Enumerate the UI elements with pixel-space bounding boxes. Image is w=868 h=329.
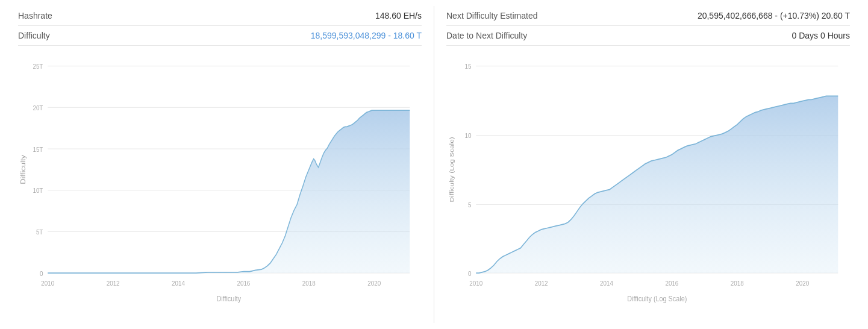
left-chart-wrapper: 25T 20T 15T 10T 5T 0 2010 2012 2014 20 — [18, 52, 422, 323]
svg-text:Difficulty (Log Scale): Difficulty (Log Scale) — [627, 295, 687, 304]
svg-text:Difficulty: Difficulty — [216, 295, 241, 304]
left-panel: Hashrate 148.60 EH/s Difficulty 18,599,5… — [12, 6, 428, 323]
svg-text:2020: 2020 — [367, 280, 381, 287]
svg-text:15T: 15T — [33, 145, 43, 153]
svg-text:Difficulty: Difficulty — [19, 155, 27, 184]
svg-text:10: 10 — [464, 131, 471, 139]
right-chart-area: 15 10 5 0 2010 2012 2014 2016 2018 2020 — [446, 52, 850, 323]
svg-text:2016: 2016 — [665, 280, 678, 287]
svg-text:2010: 2010 — [41, 280, 54, 287]
difficulty-row: Difficulty 18,599,593,048,299 - 18.60 T — [18, 26, 422, 46]
right-panel: Next Difficulty Estimated 20,595,402,666… — [440, 6, 856, 323]
next-difficulty-label: Next Difficulty Estimated — [446, 11, 567, 20]
date-next-row: Date to Next Difficulty 0 Days 0 Hours — [446, 26, 850, 46]
next-difficulty-value: 20,595,402,666,668 - (+10.73%) 20.60 T — [698, 11, 850, 20]
difficulty-label: Difficulty — [18, 31, 139, 40]
main-container: Hashrate 148.60 EH/s Difficulty 18,599,5… — [0, 0, 868, 329]
svg-text:5T: 5T — [36, 228, 43, 236]
date-next-label: Date to Next Difficulty — [446, 31, 567, 40]
difficulty-value: 18,599,593,048,299 - 18.60 T — [311, 31, 422, 40]
svg-text:2012: 2012 — [535, 280, 548, 287]
svg-text:2018: 2018 — [302, 280, 316, 287]
svg-text:2020: 2020 — [796, 280, 809, 287]
svg-text:20T: 20T — [33, 104, 43, 111]
svg-text:2012: 2012 — [107, 280, 120, 287]
svg-text:25T: 25T — [33, 63, 43, 70]
left-chart-area: 25T 20T 15T 10T 5T 0 2010 2012 2014 20 — [18, 52, 422, 323]
svg-text:Difficulty (Log Scale): Difficulty (Log Scale) — [448, 137, 455, 202]
hashrate-row: Hashrate 148.60 EH/s — [18, 6, 422, 26]
svg-text:2014: 2014 — [172, 280, 185, 287]
svg-text:2014: 2014 — [600, 280, 613, 287]
svg-text:2018: 2018 — [731, 280, 744, 287]
right-chart-svg: 15 10 5 0 2010 2012 2014 2016 2018 2020 — [446, 52, 850, 323]
svg-text:0: 0 — [468, 269, 471, 277]
svg-text:0: 0 — [40, 269, 43, 277]
date-next-value: 0 Days 0 Hours — [792, 31, 850, 40]
svg-text:5: 5 — [468, 201, 471, 208]
left-chart-svg: 25T 20T 15T 10T 5T 0 2010 2012 2014 20 — [18, 52, 422, 323]
svg-text:2016: 2016 — [237, 280, 250, 287]
panel-divider — [434, 6, 434, 323]
next-difficulty-row: Next Difficulty Estimated 20,595,402,666… — [446, 6, 850, 26]
hashrate-value: 148.60 EH/s — [375, 11, 422, 20]
hashrate-label: Hashrate — [18, 11, 139, 20]
svg-text:2010: 2010 — [469, 280, 482, 287]
svg-text:10T: 10T — [33, 187, 43, 195]
right-chart-wrapper: 15 10 5 0 2010 2012 2014 2016 2018 2020 — [446, 52, 850, 323]
svg-text:15: 15 — [464, 63, 471, 70]
